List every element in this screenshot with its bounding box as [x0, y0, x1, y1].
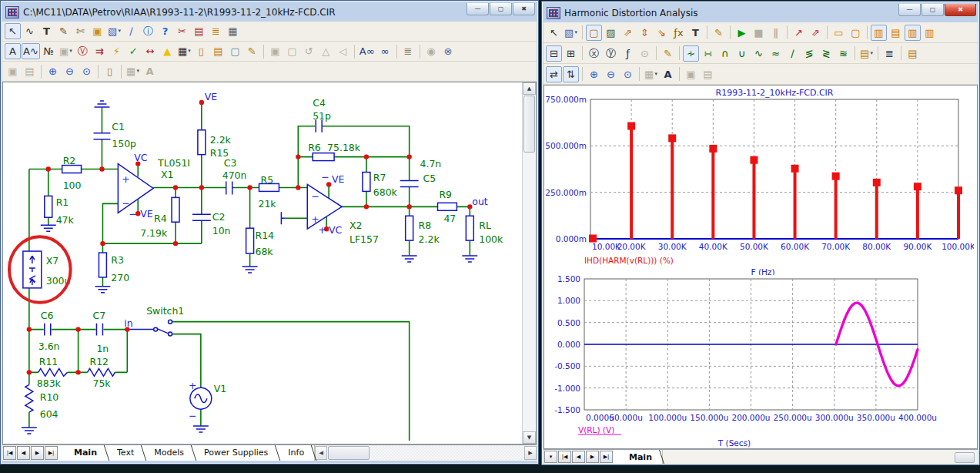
scroll-left-button[interactable]: ◀: [315, 446, 327, 460]
show-attribute-text-icon[interactable]: A: [5, 43, 21, 59]
go-to-peak-icon[interactable]: ∩: [717, 45, 733, 62]
tab-nav-[interactable]: ▶: [586, 451, 599, 463]
help-mode-icon[interactable]: ?: [157, 23, 173, 39]
line-mode-icon[interactable]: ✎: [55, 23, 72, 39]
zoom-100-icon[interactable]: ⊙: [79, 63, 95, 79]
cursor-vertical-icon[interactable]: ∺: [700, 45, 716, 62]
component-mode-icon[interactable]: ▧▾: [563, 25, 579, 41]
go-to-high-icon[interactable]: ∿: [751, 45, 767, 62]
border-display-icon[interactable]: ▯: [193, 43, 209, 59]
scale-mode-icon[interactable]: ▢: [586, 25, 602, 41]
component-mode-dropdown-icon[interactable]: ▾: [118, 29, 121, 34]
tab-nav-[interactable]: |◀: [558, 451, 571, 463]
close-button[interactable]: ✖: [513, 3, 535, 15]
grid-display-dropdown-icon[interactable]: ▾: [188, 49, 191, 54]
font-icon[interactable]: A: [660, 66, 676, 82]
numeric-output-icon[interactable]: ▤: [905, 45, 921, 62]
tab-info[interactable]: Info: [278, 445, 314, 461]
text-mode-icon[interactable]: T: [687, 25, 704, 41]
align-cursors-icon[interactable]: ≋: [835, 45, 851, 62]
component-mode-dropdown-icon[interactable]: ▾: [574, 30, 577, 35]
maximize-button[interactable]: ▢: [490, 3, 512, 15]
tab-nav-[interactable]: ▶|: [45, 446, 58, 460]
model-editor-icon[interactable]: ▦: [225, 23, 241, 39]
minimize-button[interactable]: —: [898, 4, 921, 16]
select-tool-icon[interactable]: ↖: [5, 23, 21, 39]
clipboard-waveform-dropdown-icon[interactable]: ▾: [870, 51, 873, 56]
go-to-inflection-icon[interactable]: ∕: [784, 45, 801, 62]
info-close-icon[interactable]: ⊗: [440, 43, 457, 59]
edit-analysis-icon[interactable]: ✎: [660, 45, 676, 62]
scroll-down-button[interactable]: ▼: [523, 431, 536, 444]
wire-mode-icon[interactable]: ∿: [22, 23, 38, 39]
tracker-box-icon[interactable]: ▢: [848, 25, 864, 41]
cursor-horizontal-icon[interactable]: ∻: [683, 45, 699, 62]
plot-layout-3-icon[interactable]: ▥: [905, 25, 921, 41]
hscrollbar-thumb[interactable]: [955, 452, 975, 463]
maximize-button[interactable]: ▢: [921, 4, 944, 16]
digital-paths-icon[interactable]: ▤: [191, 23, 207, 39]
run-icon[interactable]: ▶: [734, 25, 750, 41]
plot-layout-4-icon[interactable]: ▥: [921, 25, 938, 41]
tab-nav-[interactable]: ▾: [544, 451, 557, 463]
clipboard-waveform-icon[interactable]: ▤▾: [858, 45, 875, 62]
tab-nav-[interactable]: ▶: [31, 446, 44, 460]
attributes-dialog-icon[interactable]: ✎: [244, 43, 260, 59]
x-axis-panel-icon[interactable]: ⊟: [546, 45, 562, 62]
zoom-out-icon[interactable]: ⊖: [603, 66, 619, 82]
negative-slope-icon[interactable]: ⇗: [808, 25, 824, 41]
go-to-low-icon[interactable]: ≈: [768, 45, 784, 62]
zoom-vertical-icon[interactable]: ⇕: [637, 25, 653, 41]
region-select-icon[interactable]: ▢: [227, 43, 243, 59]
find-component-icon[interactable]: ▣: [89, 23, 105, 39]
text-mode-icon[interactable]: T: [38, 23, 55, 39]
scroll-right-button[interactable]: ▶: [524, 446, 537, 460]
show-pin-connections-icon[interactable]: ↔: [142, 43, 159, 59]
positive-slope-icon[interactable]: ↗: [791, 25, 807, 41]
analysis-titlebar[interactable]: Harmonic Distortion Analysis — ▢ ✖: [544, 3, 978, 22]
y-scale-settings-icon[interactable]: ⓨ: [603, 45, 619, 62]
x-scale-settings-icon[interactable]: ⓧ: [586, 45, 602, 62]
component-mode-icon[interactable]: ▧▾: [106, 23, 122, 39]
schematic-canvas[interactable]: VEC1150pR2100R147kVCTL051IX1+−−VE2.2kR15…: [3, 82, 522, 444]
bill-of-materials-icon[interactable]: ≣: [208, 23, 224, 39]
plot-layout-1-icon[interactable]: ▥: [871, 25, 887, 41]
tab-main[interactable]: Main: [64, 445, 107, 461]
tab-text[interactable]: Text: [107, 445, 144, 461]
page-copy-icon[interactable]: ▯: [102, 63, 118, 79]
panel-layout-dropdown-icon[interactable]: ▾: [654, 72, 657, 77]
close-button[interactable]: ✖: [945, 4, 976, 16]
fx-scale-icon[interactable]: ƒx: [671, 25, 687, 41]
fx-settings-icon[interactable]: ƒ: [620, 45, 636, 62]
tab-nav-[interactable]: ◀: [572, 451, 585, 463]
go-to-valley-icon[interactable]: ∪: [734, 45, 750, 62]
find-text-icon[interactable]: A∞: [358, 43, 376, 59]
horizontal-scrollbar[interactable]: ◀ ▶: [315, 446, 537, 460]
xy-axis-panel-icon[interactable]: ⊞: [563, 45, 579, 62]
tab-nav-[interactable]: ◀: [17, 446, 30, 460]
point-to-end-paths-icon[interactable]: ✂: [174, 23, 190, 39]
vertical-axis-cursor-icon[interactable]: ⇅: [563, 66, 579, 82]
vertical-scrollbar[interactable]: ▲ ▼: [522, 82, 536, 444]
properties-icon[interactable]: ✎: [711, 25, 727, 41]
show-conditions-icon[interactable]: ✓: [125, 43, 142, 59]
tab-power-supplies[interactable]: Power Supplies: [194, 445, 278, 461]
minimize-button[interactable]: —: [467, 3, 489, 15]
panel-layout-dropdown-icon[interactable]: ▾: [136, 69, 139, 74]
horizontal-scrollbar-thumb[interactable]: [328, 446, 370, 460]
zoom-in-icon[interactable]: ⊕: [586, 66, 602, 82]
transient-waveform-chart[interactable]: 1.5001.0000.5000.000-0.500-1.000-1.5000.…: [546, 275, 974, 449]
title-block-icon[interactable]: ▤: [210, 43, 226, 59]
go-to-global-high-icon[interactable]: ≶: [801, 45, 818, 62]
zoom-diagonal-icon[interactable]: ⇗: [620, 25, 636, 41]
copy-attributes-dropdown-icon[interactable]: ▾: [69, 49, 72, 54]
cursor-mode-icon[interactable]: ▨: [603, 25, 619, 41]
zoom-100-icon[interactable]: ⊙: [620, 66, 636, 82]
zoom-out-icon[interactable]: ⊖: [62, 63, 78, 79]
waveform-list-icon[interactable]: ≣: [881, 45, 898, 62]
info-mode-icon[interactable]: ⓘ: [140, 23, 156, 39]
grid-display-icon[interactable]: ▦▾: [176, 43, 192, 59]
schematic-titlebar[interactable]: C:\MC11\DATA\Petrov\RIAA\R1993-11-2\R199…: [2, 2, 537, 22]
flag-mode-icon[interactable]: ✄: [72, 23, 89, 39]
show-node-numbers-icon[interactable]: №: [41, 43, 57, 59]
